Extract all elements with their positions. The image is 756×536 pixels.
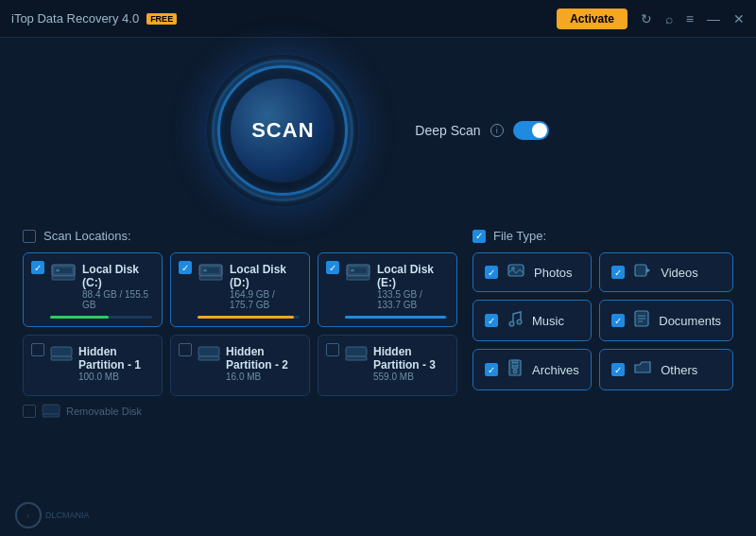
scan-locations-checkbox[interactable]	[23, 230, 36, 243]
search-icon[interactable]: ⌕	[665, 11, 673, 26]
disk-card-hp2[interactable]: Hidden Partition - 2 16.0 MB	[170, 335, 310, 396]
scan-button[interactable]: SCAN	[231, 78, 335, 182]
disk-e-size: 133.5 GB / 133.7 GB	[377, 289, 447, 310]
disk-e-progress	[345, 316, 447, 319]
svg-rect-33	[512, 366, 518, 369]
disk-c-header: Local Disk (C:) 88.4 GB / 155.5 GB	[50, 263, 152, 310]
svg-rect-15	[198, 356, 219, 360]
photos-checkbox[interactable]	[485, 266, 498, 279]
deep-scan-area: Deep Scan i	[415, 121, 548, 140]
file-type-music[interactable]: Music	[472, 300, 592, 341]
menu-icon[interactable]: ≡	[686, 11, 694, 26]
scan-area: SCAN Deep Scan i	[23, 55, 733, 206]
disk-c-checkbox[interactable]	[31, 261, 44, 274]
file-type-photos[interactable]: Photos	[472, 252, 592, 292]
title-bar: iTop Data Recovery 4.0 FREE Activate ↻ ⌕…	[0, 0, 756, 38]
disk-d-checkbox[interactable]	[179, 261, 192, 274]
disk-hp3-name: Hidden Partition - 3	[373, 345, 447, 372]
disk-grid: Local Disk (C:) 88.4 GB / 155.5 GB	[23, 252, 457, 396]
documents-icon	[634, 310, 649, 331]
videos-checkbox[interactable]	[611, 266, 625, 279]
disk-e-checkbox-input[interactable]	[326, 261, 339, 274]
disk-hp2-info: Hidden Partition - 2 16.0 MB	[226, 345, 300, 382]
file-type-others[interactable]: Others	[599, 349, 733, 390]
removable-disk-area: Removable Disk	[23, 404, 457, 419]
disk-c-checkbox-input[interactable]	[31, 261, 44, 274]
file-type-checkbox[interactable]	[472, 230, 486, 243]
disk-hp1-content: Hidden Partition - 1 100.0 MB	[50, 345, 152, 382]
disk-card-e[interactable]: Local Disk (E:) 133.5 GB / 133.7 GB	[318, 252, 457, 327]
removable-disk-label: Removable Disk	[66, 406, 142, 417]
scan-button-wrapper: SCAN	[207, 55, 358, 206]
archives-checkbox[interactable]	[485, 363, 498, 376]
svg-rect-17	[346, 356, 367, 360]
disk-hp2-checkbox-input[interactable]	[179, 343, 192, 356]
disk-hp2-size: 16.0 MB	[226, 372, 300, 382]
disk-hp3-checkbox[interactable]	[326, 343, 339, 356]
svg-rect-22	[635, 265, 646, 276]
disk-hp3-icon	[345, 345, 368, 366]
file-type-grid: Photos Videos	[472, 252, 733, 390]
deep-scan-label: Deep Scan	[415, 123, 480, 138]
disk-hp3-content: Hidden Partition - 3 559.0 MB	[345, 345, 447, 382]
disk-d-checkbox-input[interactable]	[179, 261, 192, 274]
activate-button[interactable]: Activate	[557, 9, 627, 29]
videos-label: Videos	[661, 266, 698, 280]
free-badge: FREE	[146, 13, 177, 25]
svg-point-24	[509, 321, 514, 326]
disk-hp3-header: Hidden Partition - 3 559.0 MB	[345, 345, 447, 382]
disk-hp3-checkbox-input[interactable]	[326, 343, 339, 356]
deep-scan-info-icon[interactable]: i	[490, 124, 504, 137]
file-type-documents[interactable]: Documents	[599, 300, 733, 341]
file-type-videos[interactable]: Videos	[599, 252, 733, 292]
disk-hp2-checkbox[interactable]	[179, 343, 192, 356]
file-type-title: File Type:	[493, 229, 546, 243]
title-bar-left: iTop Data Recovery 4.0 FREE	[11, 11, 177, 26]
disk-hp1-info: Hidden Partition - 1 100.0 MB	[78, 345, 152, 382]
scan-locations-panel: Scan Locations:	[23, 229, 457, 523]
refresh-icon[interactable]: ↻	[641, 11, 652, 26]
disk-hp2-content: Hidden Partition - 2 16.0 MB	[198, 345, 300, 382]
file-type-panel: File Type: Photos	[472, 229, 733, 523]
music-checkbox[interactable]	[485, 314, 498, 327]
others-icon	[634, 360, 651, 379]
disk-c-fill	[50, 316, 109, 319]
documents-label: Documents	[659, 314, 721, 328]
disk-hp1-icon	[50, 345, 73, 366]
svg-rect-3	[52, 276, 75, 280]
svg-rect-11	[347, 276, 369, 280]
music-icon	[507, 310, 523, 331]
disk-hp1-checkbox[interactable]	[31, 343, 44, 356]
file-type-archives[interactable]: Archives	[472, 349, 592, 390]
disk-card-hp3[interactable]: Hidden Partition - 3 559.0 MB	[318, 335, 457, 396]
documents-checkbox[interactable]	[611, 314, 625, 327]
disk-c-info: Local Disk (C:) 88.4 GB / 155.5 GB	[82, 263, 152, 310]
disk-c-icon	[50, 263, 77, 287]
disk-e-checkbox[interactable]	[326, 261, 339, 274]
removable-disk-icon	[42, 404, 60, 419]
close-icon[interactable]: ✕	[733, 11, 745, 26]
videos-icon	[634, 264, 651, 281]
disk-card-d[interactable]: Local Disk (D:) 164.9 GB / 175.7 GB	[170, 252, 310, 327]
disk-hp2-header: Hidden Partition - 2 16.0 MB	[198, 345, 300, 382]
disk-c-name: Local Disk (C:)	[82, 263, 152, 289]
svg-rect-7	[199, 276, 222, 280]
svg-rect-18	[43, 405, 60, 414]
disk-hp1-checkbox-input[interactable]	[31, 343, 44, 356]
photos-label: Photos	[534, 266, 572, 280]
disk-d-name: Local Disk (D:)	[230, 263, 300, 289]
watermark-circle: i	[15, 502, 42, 528]
others-checkbox[interactable]	[611, 363, 625, 376]
svg-rect-16	[346, 347, 367, 356]
removable-disk-checkbox[interactable]	[23, 405, 36, 418]
disk-c-progress	[50, 316, 152, 319]
disk-card-hp1[interactable]: Hidden Partition - 1 100.0 MB	[23, 335, 163, 396]
main-content: SCAN Deep Scan i Scan Locations:	[0, 38, 756, 536]
scan-locations-header: Scan Locations:	[23, 229, 457, 243]
scan-locations-title: Scan Locations:	[43, 229, 131, 243]
minimize-icon[interactable]: —	[707, 11, 720, 26]
disk-card-c[interactable]: Local Disk (C:) 88.4 GB / 155.5 GB	[23, 252, 163, 327]
deep-scan-toggle[interactable]	[513, 121, 549, 140]
disk-d-size: 164.9 GB / 175.7 GB	[230, 289, 300, 310]
disk-d-content: Local Disk (D:) 164.9 GB / 175.7 GB	[198, 263, 300, 319]
